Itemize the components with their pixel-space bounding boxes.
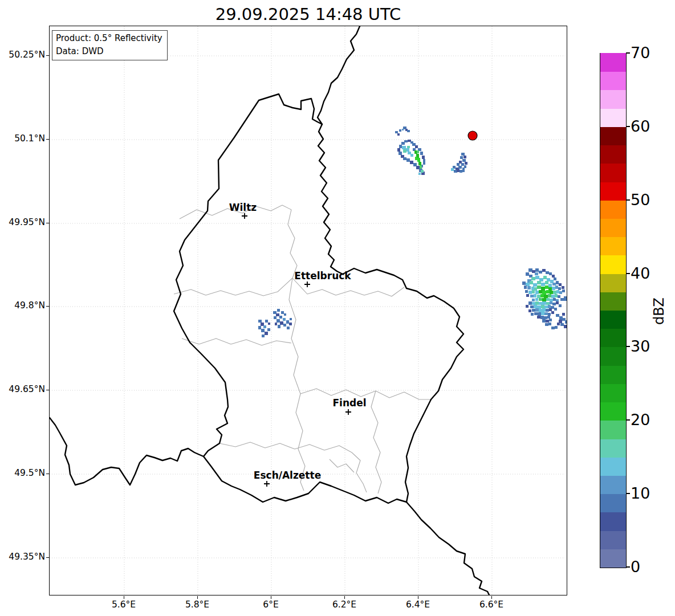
colorbar-tick-mark [626,273,630,274]
radar-cell [540,294,544,297]
radar-cell [544,312,548,315]
district-border [182,338,291,345]
lon-tick-mark [124,596,125,599]
colorbar-segment [600,200,626,219]
radar-cell [546,320,549,323]
lat-tick-mark [46,306,49,307]
radar-cell [276,313,279,316]
radar-cell [548,305,551,308]
colorbar-segment [600,164,626,182]
radar-patch-cell-northeast-small [451,153,467,173]
radar-cell [556,281,559,284]
radar-cell [399,152,402,155]
lat-tick-mark [46,139,49,140]
map-plot-area: WiltzEttelbruckFindelEsch/Alzette Produc… [49,26,567,595]
radar-cell [552,303,556,305]
lat-tick-label: 49.35°N [0,552,45,563]
radar-cell [553,291,556,294]
radar-cell [539,290,542,293]
lat-tick-label: 49.8°N [0,300,45,312]
colorbar-segment [600,127,626,145]
radar-cell [540,316,544,319]
radar-cell [559,291,562,294]
radar-cell [279,316,282,319]
radar-cell [421,170,424,173]
radar-cell [565,320,567,324]
lon-tick-mark [491,596,493,599]
radar-cell [422,156,425,159]
radar-cell [549,272,552,275]
radar-cell [544,316,547,319]
colorbar-tick-mark [626,566,630,568]
radar-cell [562,286,564,289]
radar-cell [551,311,554,314]
radar-cell [528,309,531,312]
radar-patch-cell-central [258,309,292,337]
radar-cell [418,173,421,175]
radar-cell [525,290,528,293]
lon-tick-mark [344,596,345,599]
radar-patch-storm-east [522,268,567,329]
radar-cell [526,305,528,308]
country-border [174,94,463,503]
colorbar-segment [600,292,626,311]
radar-cell [531,277,535,280]
country-border [50,418,204,485]
radar-cell [277,309,280,312]
colorbar-segment [600,512,626,531]
radar-cell [539,271,542,274]
radar-cell [556,290,559,293]
colorbar-segment [600,145,626,164]
radar-cell [415,157,417,160]
radar-cell [267,328,270,331]
colorbar-segment [600,108,626,127]
radar-cell [532,309,535,312]
radar-cell [462,168,465,172]
lat-tick-mark [46,474,49,475]
radar-cell [559,304,562,307]
radar-cell [558,295,560,298]
radar-cell [537,316,540,319]
radar-cell [555,294,558,297]
colorbar-tick-label: 30 [631,337,650,356]
radar-cell [545,323,548,326]
city-marker-findel [345,409,351,415]
figure-title: 29.09.2025 14:48 UTC [49,5,567,24]
radar-cell [555,285,558,289]
radar-cell [551,295,555,298]
city-marker-wiltz [242,213,247,219]
district-border [289,278,305,491]
radar-cell [410,161,413,164]
colorbar-segment [600,218,626,237]
city-marker-ettelbruck [304,282,310,287]
radar-cell [268,323,270,325]
radar-cell [527,286,531,289]
radar-cell [278,325,280,328]
radar-cell [542,319,546,323]
radar-cell [531,287,534,290]
radar-cell [550,291,553,294]
radar-cell [275,323,277,325]
colorbar-tick-label: 70 [631,44,650,62]
colorbar-segment [600,402,626,421]
colorbar-segment [600,439,626,458]
radar-cell [528,291,532,294]
radar-cell [549,308,552,311]
radar-cell [399,129,401,132]
district-border [174,278,292,296]
radar-cell [397,148,400,152]
radar-cell [263,325,266,328]
lat-tick-mark [46,557,49,558]
city-label: Esch/Alzette [254,470,321,481]
radar-cell [530,281,533,284]
colorbar-segment [600,384,626,402]
radar-cell [560,298,564,301]
colorbar-segment [600,274,626,292]
lat-tick-mark [46,390,49,391]
lat-tick-label: 49.95°N [0,217,45,229]
radar-cell [287,327,290,329]
radar-cell [535,268,539,272]
colorbar-tick-label: 40 [631,264,650,283]
colorbar-tick-mark [626,419,630,421]
city-marker-esch-alzette [264,481,270,487]
